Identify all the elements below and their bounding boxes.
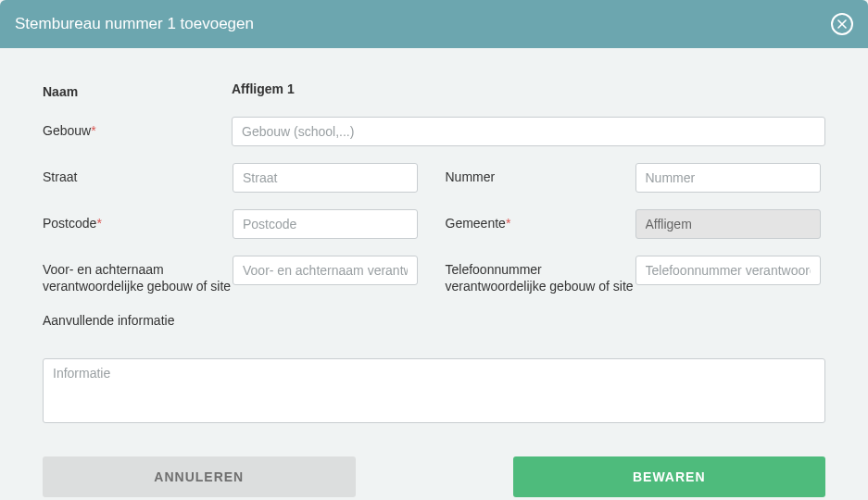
row-gebouw: Gebouw* <box>43 117 825 146</box>
modal-dialog: Stembureau nummer 1 toevoegen Naam Affli… <box>0 0 868 500</box>
button-row: ANNULEREN BEWAREN <box>43 456 825 497</box>
row-straat-nummer: Straat Nummer <box>43 163 825 193</box>
input-verantwoordelijke-tel[interactable] <box>635 256 821 285</box>
label-naam: Naam <box>43 78 232 100</box>
label-aanvullende-info: Aanvullende informatie <box>43 312 825 329</box>
row-verantwoordelijke: Voor- en achternaam verantwoordelijke ge… <box>43 256 825 294</box>
required-marker: * <box>96 216 101 231</box>
modal-body: Naam Affligem 1 Gebouw* Straat <box>0 48 868 500</box>
label-straat: Straat <box>43 163 233 185</box>
input-verantwoordelijke-naam[interactable] <box>233 256 418 285</box>
required-marker: * <box>91 123 95 138</box>
input-nummer[interactable] <box>635 163 821 193</box>
value-naam: Affligem 1 <box>232 78 825 96</box>
label-verantwoordelijke-tel: Telefoonnummer verantwoordelijke gebouw … <box>446 256 635 294</box>
modal-header: Stembureau nummer 1 toevoegen <box>0 0 868 48</box>
label-nummer: Nummer <box>446 163 635 185</box>
save-button[interactable]: BEWAREN <box>513 456 826 497</box>
cancel-button[interactable]: ANNULEREN <box>43 456 356 497</box>
row-naam: Naam Affligem 1 <box>43 78 825 100</box>
input-postcode[interactable] <box>233 209 418 239</box>
input-gebouw[interactable] <box>232 117 825 146</box>
label-gebouw: Gebouw* <box>43 117 232 139</box>
input-gemeente <box>635 209 821 239</box>
textarea-aanvullende-info[interactable] <box>43 358 825 423</box>
modal-title: Stembureau nummer 1 toevoegen <box>15 15 254 33</box>
close-icon <box>837 18 847 31</box>
input-straat[interactable] <box>233 163 418 193</box>
label-postcode: Postcode* <box>43 209 233 231</box>
label-verantwoordelijke-naam: Voor- en achternaam verantwoordelijke ge… <box>43 256 233 294</box>
required-marker: * <box>506 216 510 231</box>
label-gemeente: Gemeente* <box>446 209 635 231</box>
row-postcode-gemeente: Postcode* Gemeente* <box>43 209 825 239</box>
close-button[interactable] <box>831 13 853 35</box>
row-aanvullende-info: Aanvullende informatie <box>43 312 825 423</box>
